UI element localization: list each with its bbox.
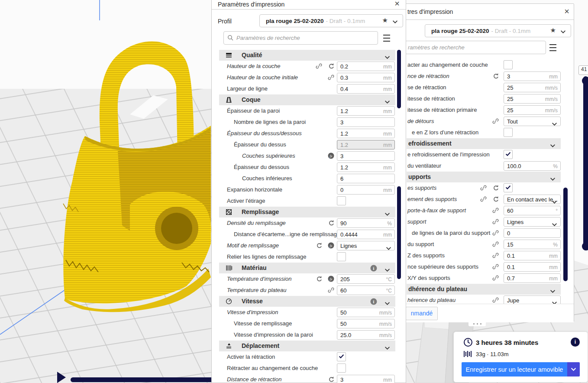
chevron-down-icon[interactable] (384, 100, 390, 104)
setting-value-field[interactable]: 50mm/s (337, 308, 395, 317)
chevron-down-icon[interactable] (552, 122, 557, 126)
setting-value-field[interactable]: 0.1mm (504, 262, 561, 272)
section-header-dh-rence-du-plateau[interactable]: dhérence du plateau (407, 284, 561, 295)
setting-checkbox[interactable] (337, 252, 346, 261)
chevron-down-icon[interactable] (384, 302, 390, 305)
setting-value-field[interactable]: 205°C (337, 274, 395, 284)
undo-icon[interactable] (328, 63, 334, 69)
section-header-vitesse[interactable]: Vitessei (219, 296, 395, 307)
layer-slider[interactable] (583, 76, 588, 250)
setting-value-field[interactable]: 50mm/s (337, 319, 395, 328)
search-input[interactable]: ramètres de recherche (405, 41, 546, 54)
settings-visibility-menu-icon[interactable] (383, 35, 390, 42)
setting-checkbox[interactable] (337, 196, 346, 205)
undo-icon[interactable] (492, 185, 499, 191)
chevron-down-icon[interactable] (552, 200, 557, 204)
setting-dropdown[interactable]: Lignes (337, 241, 395, 250)
setting-value-field[interactable]: 15% (504, 240, 561, 249)
setting-value-field[interactable]: 0.3mm (337, 73, 395, 82)
setting-value-field[interactable]: 3mm (337, 375, 395, 383)
setting-value-field[interactable]: 0.1mm (504, 251, 561, 260)
setting-value-field[interactable]: 1.2mm (337, 129, 395, 138)
setting-value-field[interactable]: 60° (504, 206, 561, 215)
setting-value-field[interactable]: 0 (504, 228, 561, 238)
section-header-mat-riau[interactable]: Matériaui (219, 263, 395, 273)
setting-value-field[interactable]: 0.4444mm (337, 230, 395, 239)
setting-value-field[interactable]: 100.0% (504, 161, 561, 171)
undo-icon[interactable] (328, 220, 334, 226)
play-button[interactable] (57, 372, 66, 383)
setting-value-field[interactable]: 3 (337, 117, 395, 127)
setting-value-field[interactable]: 1.2mm (337, 106, 395, 116)
section-header-remplissage[interactable]: Remplissage (219, 207, 395, 217)
settings-visibility-menu-icon[interactable] (549, 44, 556, 51)
layer-slider-handle-top[interactable] (582, 77, 588, 85)
save-to-removable-drive-button[interactable]: Enregistrer sur un lecteur amovible (462, 362, 567, 377)
setting-value-field[interactable]: 90% (337, 218, 395, 228)
undo-icon[interactable] (492, 73, 499, 79)
section-header-qualit[interactable]: Qualité (219, 50, 395, 61)
chevron-down-icon[interactable] (550, 289, 556, 293)
star-icon[interactable]: ★ (382, 16, 388, 24)
section-header-d-placement[interactable]: Déplacement (219, 341, 395, 351)
setting-value-field[interactable]: 0mm (337, 185, 395, 195)
setting-value-field[interactable]: 6 (337, 174, 395, 183)
panel-drag-handle[interactable] (468, 321, 486, 326)
setting-checkbox[interactable] (337, 364, 346, 373)
undo-icon[interactable] (316, 276, 322, 282)
setting-value-field[interactable]: 25mm/s (504, 105, 561, 115)
profile-dropdown[interactable]: pla rouge 25-02-2020 - Draft - 0.1mm ★ (259, 14, 403, 27)
setting-value-field[interactable]: 0.4mm (337, 84, 395, 94)
info-icon[interactable]: i (571, 338, 580, 347)
chevron-down-icon[interactable] (384, 212, 390, 216)
setting-value-field[interactable]: 60°C (337, 286, 395, 295)
profile-dropdown[interactable]: pla rouge 25-02-2020 - Draft - 0.1mm ★ (425, 24, 571, 37)
chevron-down-icon[interactable] (392, 19, 398, 25)
setting-dropdown[interactable]: Tout (504, 117, 561, 126)
setting-value-field[interactable]: 0.7mm (504, 273, 561, 283)
chevron-down-icon[interactable] (552, 223, 557, 227)
setting-checkbox[interactable] (504, 128, 513, 137)
recommended-mode-button[interactable]: nmandé (406, 307, 438, 320)
model-3d[interactable] (63, 42, 211, 312)
scrollbar[interactable] (397, 50, 401, 108)
setting-value-field[interactable]: 25.0mm/s (337, 330, 395, 340)
undo-icon[interactable] (492, 196, 499, 202)
undo-icon[interactable] (316, 242, 322, 249)
chevron-down-icon[interactable] (384, 268, 390, 272)
chevron-down-icon[interactable] (384, 346, 390, 350)
section-header-upports[interactable]: upports (407, 172, 561, 182)
setting-value-field[interactable]: 3mm (504, 71, 561, 81)
section-title: upports (408, 173, 431, 180)
setting-value-field[interactable]: 0.2mm (337, 62, 395, 71)
section-header-efroidissement[interactable]: efroidissement (407, 138, 561, 149)
setting-dropdown[interactable]: En contact avec le... (504, 195, 561, 204)
setting-checkbox[interactable] (504, 60, 513, 69)
scrollbar[interactable] (563, 188, 568, 281)
setting-row: du support15% (407, 239, 561, 250)
setting-value-field[interactable]: 1.2mm (337, 140, 395, 149)
setting-dropdown[interactable]: Lignes (504, 217, 561, 227)
setting-checkbox[interactable] (504, 150, 513, 159)
close-icon[interactable]: × (394, 0, 400, 7)
setting-checkbox[interactable] (504, 183, 513, 192)
save-options-chevron[interactable] (567, 362, 580, 377)
layer-slider-handle-bottom[interactable] (582, 242, 588, 250)
chevron-down-icon[interactable] (550, 144, 556, 148)
chevron-down-icon[interactable] (386, 247, 391, 250)
chevron-down-icon[interactable] (560, 29, 566, 35)
setting-value-field[interactable]: 3 (337, 151, 395, 161)
setting-value-field[interactable]: 25mm/s (504, 94, 561, 104)
chevron-down-icon[interactable] (384, 55, 390, 59)
star-icon[interactable]: ★ (550, 26, 556, 34)
chevron-down-icon[interactable] (550, 177, 556, 181)
scrollbar[interactable] (397, 186, 401, 279)
setting-value-field[interactable]: 1.2mm (337, 162, 395, 172)
section-header-coque[interactable]: Coque (219, 94, 395, 105)
layer-timeline-bar[interactable] (71, 377, 213, 382)
setting-checkbox[interactable] (337, 352, 346, 361)
setting-value-field[interactable]: 25mm/s (504, 83, 561, 92)
undo-icon[interactable] (328, 376, 334, 383)
search-input[interactable]: Paramètres de recherche (223, 31, 378, 45)
close-icon[interactable]: × (564, 8, 569, 15)
